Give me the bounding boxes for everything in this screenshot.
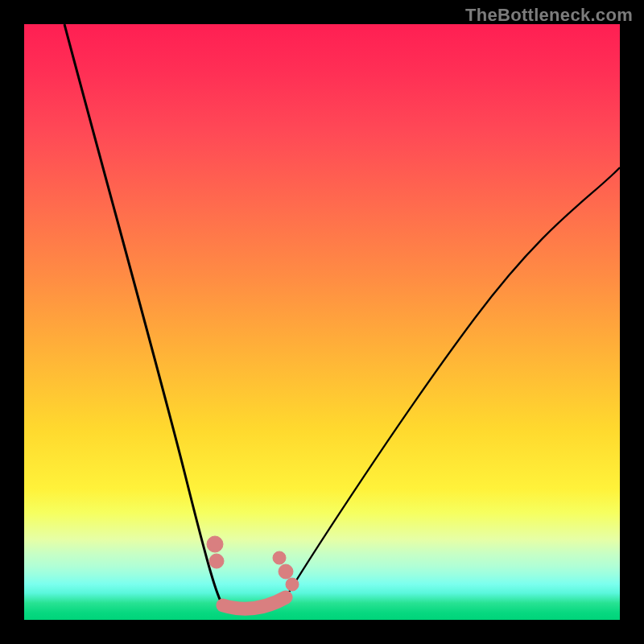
chart-svg [24, 24, 620, 620]
curve-trough [223, 597, 286, 609]
marker-dot [279, 564, 293, 579]
chart-frame: TheBottleneck.com [0, 0, 644, 644]
chart-plot-area [24, 24, 620, 620]
curve-right-branch [286, 167, 620, 597]
marker-dot [286, 578, 299, 591]
watermark-text: TheBottleneck.com [465, 5, 633, 26]
marker-dot [273, 551, 286, 564]
marker-dot [209, 554, 224, 568]
curve-left-branch [64, 24, 223, 605]
marker-dot [207, 536, 223, 552]
